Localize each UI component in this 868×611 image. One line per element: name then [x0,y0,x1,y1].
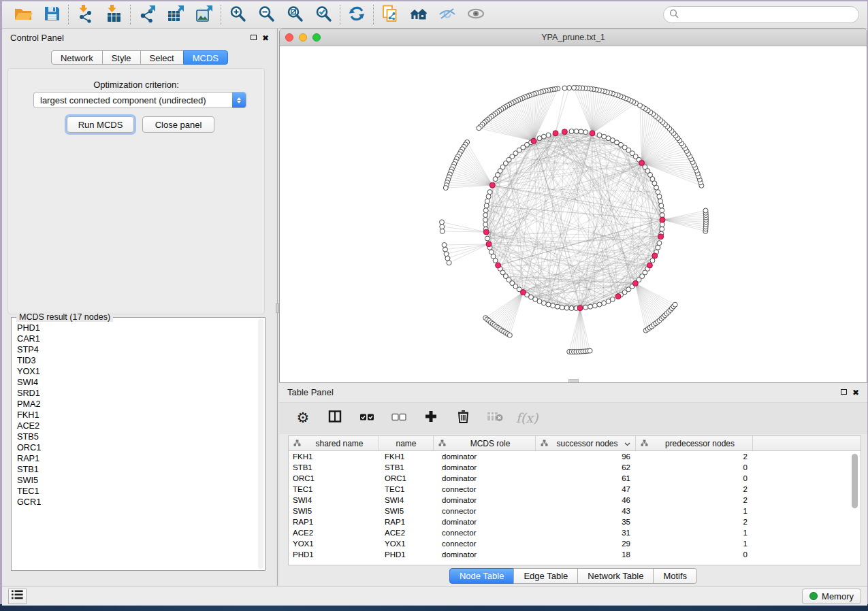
mcds-result-item[interactable]: SWI4 [17,377,257,388]
cell-MCDS-role[interactable]: dominator [434,451,536,462]
graph-node[interactable] [583,305,588,310]
graph-node[interactable] [564,306,569,310]
cell-predecessor-nodes[interactable]: 1 [636,506,753,516]
graph-node[interactable] [484,203,489,208]
column-chooser-button[interactable] [326,409,344,427]
cell-MCDS-role[interactable]: dominator [434,549,536,560]
graph-node[interactable] [487,190,492,195]
graph-node[interactable] [588,304,593,309]
graph-node[interactable] [610,297,615,301]
cell-shared-name[interactable]: TEC1 [289,484,379,495]
graph-node[interactable] [703,208,708,213]
graph-node[interactable] [673,302,677,307]
run-mcds-button[interactable]: Run MCDS [67,116,134,133]
graph-node[interactable] [583,130,588,135]
export-network-button[interactable] [133,3,161,27]
cell-predecessor-nodes[interactable]: 2 [636,495,753,506]
cell-MCDS-role[interactable]: dominator [434,473,536,484]
table-settings-button[interactable]: ⚙ [294,409,312,427]
table-row[interactable]: ORC1ORC1dominator610 [289,473,861,484]
mcds-hub-node[interactable] [577,306,583,311]
save-session-button[interactable] [37,3,66,27]
open-file-button[interactable] [9,3,37,27]
mcds-hub-node[interactable] [483,229,489,235]
tab-edge-table[interactable]: Edge Table [513,568,578,584]
graph-node[interactable] [440,229,445,233]
cell-MCDS-role[interactable]: connector [434,538,536,549]
cell-successor-nodes[interactable]: 31 [536,527,636,538]
network-canvas[interactable] [280,46,867,383]
graph-node[interactable] [660,227,664,231]
graph-node[interactable] [486,194,491,199]
graph-node[interactable] [442,243,447,248]
close-table-panel-icon[interactable] [852,389,859,396]
mcds-result-item[interactable]: SWI5 [17,475,257,486]
mcds-hub-node[interactable] [632,281,638,286]
tab-style[interactable]: Style [102,50,141,65]
mcds-result-item[interactable]: FKH1 [17,410,257,420]
cell-successor-nodes[interactable]: 61 [536,473,636,484]
graph-node[interactable] [658,199,663,203]
cell-name[interactable]: YOX1 [379,538,434,549]
mcds-hub-node[interactable] [660,217,665,222]
table-row[interactable]: SWI4SWI4dominator462 [289,495,861,506]
mcds-hub-node[interactable] [615,294,621,299]
tab-mcds[interactable]: MCDS [183,50,228,65]
graph-node[interactable] [493,258,498,263]
cell-name[interactable]: SWI5 [379,506,434,516]
cell-successor-nodes[interactable]: 46 [536,495,636,506]
table-scrollbar[interactable] [852,454,858,563]
graph-node[interactable] [445,256,450,261]
mcds-hub-node[interactable] [486,242,492,247]
cell-shared-name[interactable]: STB1 [289,462,379,473]
column-header-shared-name[interactable]: shared name [289,436,379,450]
mcds-hub-node[interactable] [647,263,652,268]
table-row[interactable]: ACE2ACE2connector311 [289,527,861,538]
network-search-field[interactable] [663,6,859,23]
refresh-view-button[interactable] [342,3,371,27]
close-panel-icon[interactable] [262,34,269,42]
cell-shared-name[interactable]: FKH1 [289,451,379,462]
graph-node[interactable] [597,133,602,137]
graph-node[interactable] [483,218,488,222]
mcds-hub-node[interactable] [639,160,645,165]
search-input[interactable] [682,10,853,20]
cell-MCDS-role[interactable]: connector [434,527,536,538]
cell-successor-nodes[interactable]: 35 [536,516,636,527]
cell-successor-nodes[interactable]: 47 [536,484,636,495]
cell-name[interactable]: FKH1 [379,451,434,462]
mcds-result-item[interactable]: TEC1 [17,486,257,497]
cell-shared-name[interactable]: ACE2 [289,527,379,538]
graph-node[interactable] [562,86,567,90]
delete-column-button[interactable] [454,409,472,427]
cell-shared-name[interactable]: RAP1 [289,516,379,527]
zoom-out-button[interactable] [252,3,280,27]
tab-node-table[interactable]: Node Table [449,568,515,584]
network-graph[interactable] [280,46,867,383]
cell-predecessor-nodes[interactable]: 2 [636,451,753,462]
hide-selected-button[interactable] [433,3,462,27]
cell-MCDS-role[interactable]: dominator [434,462,536,473]
cell-successor-nodes[interactable]: 43 [536,506,636,516]
cell-shared-name[interactable]: PHD1 [289,549,379,560]
export-table-button[interactable] [161,3,190,27]
mcds-result-item[interactable]: YOX1 [17,366,257,377]
cell-successor-nodes[interactable]: 18 [536,549,636,560]
mcds-hub-node[interactable] [553,131,558,136]
table-row[interactable]: TEC1TEC1connector472 [289,484,861,495]
graph-node[interactable] [588,348,592,353]
cell-name[interactable]: STB1 [379,462,434,473]
mcds-result-item[interactable]: RAP1 [17,453,257,464]
mcds-result-item[interactable]: ORC1 [17,442,257,453]
zoom-fit-button[interactable] [280,3,309,27]
tab-select[interactable]: Select [140,50,184,65]
mcds-hub-node[interactable] [520,290,526,295]
cell-predecessor-nodes[interactable]: 1 [636,538,753,549]
graph-node[interactable] [656,245,660,250]
table-row[interactable]: PHD1PHD1dominator180 [289,549,861,560]
mcds-hub-node[interactable] [496,263,501,268]
cell-shared-name[interactable]: ORC1 [289,473,379,484]
cell-shared-name[interactable]: SWI5 [289,506,379,516]
mcds-hub-node[interactable] [489,182,495,188]
mcds-result-list[interactable]: PHD1CAR1STP4TID3YOX1SWI4SRD1PMA2FKH1ACE2… [12,323,257,569]
